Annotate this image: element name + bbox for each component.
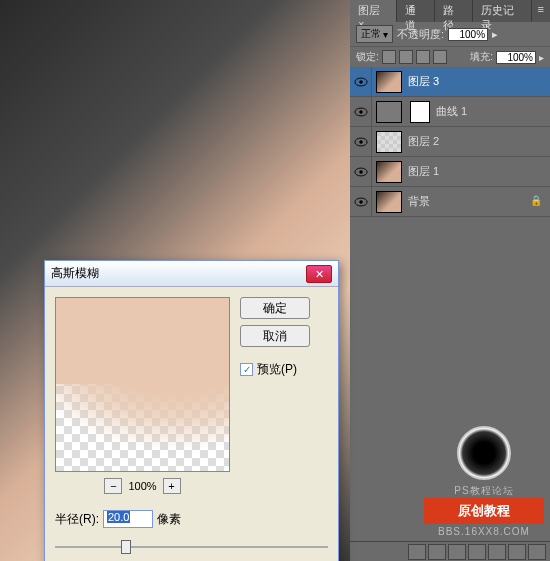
group-icon[interactable]: [488, 544, 506, 560]
tab-paths[interactable]: 路径: [435, 0, 473, 22]
layer-row[interactable]: 曲线 1: [350, 97, 550, 127]
layer-thumbnail[interactable]: [376, 161, 402, 183]
tab-channels[interactable]: 通道: [397, 0, 435, 22]
layers-footer: [350, 541, 550, 561]
slider-thumb[interactable]: [121, 540, 131, 554]
lock-brush-icon[interactable]: [399, 50, 413, 64]
cancel-button[interactable]: 取消: [240, 325, 310, 347]
visibility-toggle[interactable]: [350, 187, 372, 217]
eye-icon: [354, 167, 368, 177]
layer-row[interactable]: 图层 1: [350, 157, 550, 187]
svg-point-1: [359, 80, 363, 84]
layer-name[interactable]: 图层 2: [406, 134, 550, 149]
visibility-toggle[interactable]: [350, 127, 372, 157]
watermark-badge: 原创教程: [424, 498, 544, 524]
watermark-url: BBS.16XX8.COM: [424, 526, 544, 537]
layer-row[interactable]: 图层 2: [350, 127, 550, 157]
lock-label: 锁定:: [356, 50, 379, 64]
checkbox-icon: ✓: [240, 363, 253, 376]
fill-input[interactable]: 100%: [496, 51, 536, 64]
fx-icon[interactable]: [428, 544, 446, 560]
svg-point-3: [359, 110, 363, 114]
layer-row[interactable]: 背景 🔒: [350, 187, 550, 217]
chevron-down-icon: ▾: [383, 29, 388, 40]
preview-box[interactable]: [55, 297, 230, 472]
layer-thumbnail[interactable]: [376, 131, 402, 153]
panel-tabs: 图层 × 通道 路径 历史记录 ≡: [350, 0, 550, 22]
tab-layers[interactable]: 图层 ×: [350, 0, 397, 22]
gaussian-blur-dialog: 高斯模糊 ✕ − 100% + 确定 取消 ✓ 预览(P) 半径(R): 20.…: [44, 260, 339, 561]
chevron-icon[interactable]: ▸: [492, 28, 498, 41]
zoom-out-button[interactable]: −: [104, 478, 122, 494]
lock-all-icon[interactable]: [433, 50, 447, 64]
layer-thumbnail[interactable]: [376, 71, 402, 93]
dialog-titlebar[interactable]: 高斯模糊 ✕: [45, 261, 338, 287]
radius-label: 半径(R):: [55, 511, 99, 528]
svg-point-7: [359, 170, 363, 174]
eye-icon: [354, 137, 368, 147]
lock-move-icon[interactable]: [416, 50, 430, 64]
tab-history[interactable]: 历史记录: [473, 0, 532, 22]
blend-mode-select[interactable]: 正常 ▾: [356, 25, 393, 43]
visibility-toggle[interactable]: [350, 67, 372, 97]
radius-input[interactable]: 20.0: [103, 510, 153, 528]
chevron-icon[interactable]: ▸: [539, 52, 544, 63]
opacity-input[interactable]: 100%: [448, 28, 488, 41]
radius-unit: 像素: [157, 511, 181, 528]
lock-icon: 🔒: [530, 195, 544, 209]
lock-transparent-icon[interactable]: [382, 50, 396, 64]
layer-list: 图层 3 曲线 1 图层 2 图层 1 背景 🔒: [350, 67, 550, 217]
link-icon[interactable]: [408, 544, 426, 560]
adjustment-icon[interactable]: [468, 544, 486, 560]
layer-name[interactable]: 曲线 1: [434, 104, 550, 119]
mask-icon[interactable]: [448, 544, 466, 560]
visibility-toggle[interactable]: [350, 157, 372, 187]
close-button[interactable]: ✕: [306, 265, 332, 283]
svg-point-5: [359, 140, 363, 144]
visibility-toggle[interactable]: [350, 97, 372, 127]
svg-point-9: [359, 200, 363, 204]
layers-panel: 图层 × 通道 路径 历史记录 ≡ 正常 ▾ 不透明度: 100%▸ 锁定: 填…: [350, 0, 550, 561]
radius-slider[interactable]: [55, 538, 328, 556]
trash-icon[interactable]: [528, 544, 546, 560]
watermark-logo: [457, 426, 511, 480]
preview-checkbox[interactable]: ✓ 预览(P): [240, 361, 310, 378]
zoom-in-button[interactable]: +: [163, 478, 181, 494]
layer-row[interactable]: 图层 3: [350, 67, 550, 97]
panel-menu-icon[interactable]: ≡: [532, 0, 550, 22]
zoom-value: 100%: [128, 480, 156, 492]
eye-icon: [354, 77, 368, 87]
watermark-text: PS教程论坛: [424, 484, 544, 498]
eye-icon: [354, 107, 368, 117]
new-layer-icon[interactable]: [508, 544, 526, 560]
eye-icon: [354, 197, 368, 207]
preview-label: 预览(P): [257, 361, 297, 378]
ok-button[interactable]: 确定: [240, 297, 310, 319]
watermark: PS教程论坛 原创教程 BBS.16XX8.COM: [424, 426, 544, 537]
layer-name[interactable]: 背景: [406, 194, 530, 209]
opacity-label: 不透明度:: [397, 27, 444, 42]
layer-thumbnail[interactable]: [376, 191, 402, 213]
dialog-title: 高斯模糊: [51, 265, 306, 282]
mask-thumbnail[interactable]: [410, 101, 430, 123]
fill-label: 填充:: [470, 50, 493, 64]
adjustment-thumbnail[interactable]: [376, 101, 402, 123]
layer-name[interactable]: 图层 1: [406, 164, 550, 179]
lock-row: 锁定: 填充: 100%▸: [350, 47, 550, 67]
layer-name[interactable]: 图层 3: [406, 74, 550, 89]
